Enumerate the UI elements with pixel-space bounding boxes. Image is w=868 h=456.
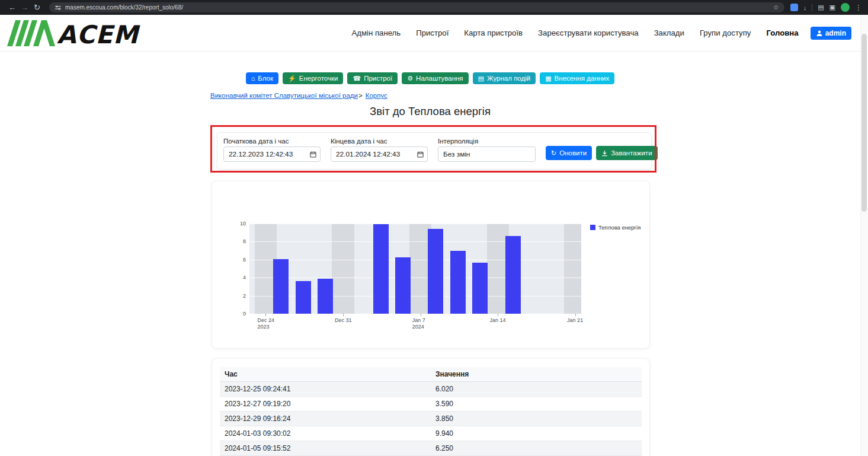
refresh-button-label: Оновити: [559, 149, 587, 157]
cell-value: 6.250: [431, 441, 642, 456]
toolbar-button-label: Блок: [258, 75, 273, 82]
asem-logo[interactable]: АСЕМ: [6, 19, 143, 47]
forward-icon[interactable]: →: [18, 0, 31, 15]
scrollbar-thumb[interactable]: [861, 34, 867, 212]
interpolation-group: Інтерполяція Без змін: [438, 138, 536, 162]
y-axis-label: 8: [233, 238, 246, 244]
plug-icon: ⚡: [288, 75, 296, 82]
x-label-line1: Jan 14: [489, 317, 525, 324]
chart-bar: [318, 279, 333, 314]
breadcrumb-separator: >: [358, 92, 363, 99]
x-axis-label: Dec 31: [335, 317, 370, 324]
admin-profile-button[interactable]: admin: [811, 27, 851, 40]
toolbar-button-event-log[interactable]: ▤Журнал подій: [473, 72, 536, 84]
downloads-icon[interactable]: ↓: [803, 4, 807, 11]
toolbar-button-label: Внесення данних: [555, 75, 610, 82]
calendar-icon[interactable]: [417, 151, 424, 158]
logo-strokes: [7, 20, 55, 46]
x-label-line1: Dec 24: [257, 317, 293, 324]
y-gridline: [249, 224, 581, 224]
y-axis-label: 0: [233, 311, 246, 317]
x-label-line1: Jan 21: [567, 317, 603, 324]
legend-swatch: [590, 225, 595, 230]
reading-list-icon[interactable]: ▤: [818, 4, 824, 11]
toolbar-button-block[interactable]: ⌂Блок: [246, 72, 278, 84]
toolbar-button-settings[interactable]: ⚙Налаштування: [402, 72, 468, 84]
cell-value: 6.020: [431, 382, 642, 397]
table-row: 2023-12-29 09:16:243.850: [220, 412, 642, 426]
chart-bar: [450, 251, 466, 314]
device-icon: ☎: [353, 75, 361, 82]
table-row: 2023-12-27 09:19:203.590: [220, 397, 642, 412]
download-report-button[interactable]: Завантажити: [596, 146, 657, 160]
url-text: masem.escoua.com/block/32/report_solo/68…: [65, 4, 770, 11]
x-axis-tick: [498, 314, 498, 316]
values-table: ЧасЗначення 2023-12-25 09:24:416.0202023…: [220, 367, 642, 456]
nav-item-device-map[interactable]: Карта пристроїв: [464, 28, 523, 37]
x-label-line2: 2023: [257, 324, 293, 330]
logo-text: АСЕМ: [57, 20, 140, 47]
person-icon: [816, 30, 823, 37]
nav-item-admin-panel[interactable]: Адмін панель: [352, 28, 401, 37]
chart-card: Теплова енергія 0246810Dec 242023Dec 31J…: [212, 181, 650, 349]
cell-time: 2023-12-29 09:16:24: [220, 412, 431, 426]
table-column-header-1: Значення: [431, 367, 642, 382]
interpolation-select[interactable]: Без змін: [438, 146, 536, 162]
nav-item-facilities[interactable]: Заклади: [654, 28, 684, 37]
toolbar-button-label: Енерготочки: [299, 75, 338, 82]
calendar-icon: ▦: [545, 75, 551, 82]
cell-value: 3.590: [431, 397, 642, 412]
toolbar-button-data-entry[interactable]: ▦Внесення данних: [540, 72, 614, 84]
calendar-icon[interactable]: [310, 151, 316, 158]
toolbar-divider: [812, 4, 812, 11]
weekend-band: [564, 224, 581, 314]
nav-item-devices[interactable]: Пристрої: [416, 28, 449, 37]
breadcrumb-link-0[interactable]: Виконавчий комітет Славутицької міської …: [210, 92, 358, 99]
y-axis-label: 10: [233, 221, 246, 227]
start-datetime-label: Початкова дата і час: [223, 138, 321, 145]
y-gridline: [249, 314, 581, 314]
x-axis-tick: [575, 314, 576, 316]
cell-time: 2024-01-05 09:15:52: [220, 441, 431, 456]
chart-bar: [395, 257, 411, 314]
chart-bar: [472, 263, 488, 314]
x-axis-label: Jan 14: [489, 317, 525, 324]
profile-avatar[interactable]: [841, 3, 850, 12]
nav-item-home[interactable]: Головна: [766, 28, 798, 37]
end-datetime-input[interactable]: [331, 146, 428, 162]
legend-label: Теплова енергія: [598, 224, 640, 231]
page-scrollbar[interactable]: [860, 15, 868, 456]
download-button-label: Завантажити: [611, 149, 652, 157]
cell-value: 3.850: [431, 412, 642, 426]
refresh-report-button[interactable]: ↻ Оновити: [546, 146, 592, 160]
bookmark-star-icon[interactable]: ☆: [773, 4, 779, 11]
breadcrumb-link-1[interactable]: Корпус: [366, 92, 387, 99]
side-panel-icon[interactable]: ▣: [829, 4, 835, 11]
end-datetime-value[interactable]: [336, 150, 413, 158]
chart-bar: [428, 229, 443, 314]
y-gridline: [249, 260, 581, 260]
end-datetime-label: Кінцева дата і час: [331, 138, 428, 145]
reload-icon[interactable]: ↻: [31, 0, 43, 15]
x-axis-label: Jan 72024: [412, 317, 448, 330]
cell-time: 2023-12-25 09:24:41: [220, 382, 431, 397]
chart-bar: [373, 224, 389, 314]
browser-menu-icon[interactable]: ⋮: [855, 4, 862, 12]
chart-legend-item[interactable]: Теплова енергія: [590, 224, 640, 231]
toolbar-button-energy-points[interactable]: ⚡Енерготочки: [283, 72, 343, 84]
address-bar[interactable]: masem.escoua.com/block/32/report_solo/68…: [49, 2, 784, 12]
extension-icon[interactable]: [790, 4, 798, 11]
start-datetime-input[interactable]: [223, 146, 321, 162]
back-icon[interactable]: ←: [6, 0, 18, 15]
nav-item-access-groups[interactable]: Групи доступу: [700, 28, 751, 37]
start-datetime-value[interactable]: [229, 150, 306, 158]
site-info-icon[interactable]: [55, 4, 62, 11]
y-gridline: [249, 278, 581, 278]
chart-bar: [505, 236, 521, 314]
cell-time: 2023-12-27 09:19:20: [220, 397, 431, 412]
nav-item-register-user[interactable]: Зареєструвати користувача: [538, 28, 639, 37]
x-label-line1: Jan 7: [412, 317, 448, 324]
toolbar-button-devices[interactable]: ☎Пристрої: [347, 72, 398, 84]
end-datetime-group: Кінцева дата і час: [331, 138, 428, 162]
toolbar-button-label: Пристрої: [364, 75, 392, 82]
